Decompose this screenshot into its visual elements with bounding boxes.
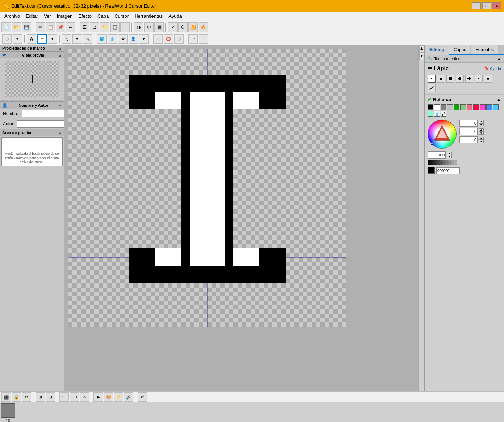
open-btn[interactable]: 📂 — [12, 22, 21, 32]
line-dropdown[interactable]: ▾ — [72, 34, 82, 44]
brush-round[interactable] — [456, 75, 464, 83]
scroll-down[interactable]: ▼ — [419, 53, 424, 60]
swatch-blue[interactable] — [486, 104, 492, 110]
pencil-dropdown[interactable]: ▾ — [48, 34, 57, 44]
swatch-magenta[interactable] — [480, 104, 486, 110]
tab-layers[interactable]: Capas — [449, 45, 471, 54]
nav-next[interactable]: ⟶ — [70, 392, 79, 402]
current-color-swatch[interactable] — [428, 167, 435, 174]
canvas-area[interactable]: ▲ ▼ — [64, 45, 424, 391]
frame-thumbnail[interactable]: I — [1, 403, 15, 418]
help-link[interactable]: 🔖 Ayuda — [484, 66, 501, 71]
brush-thick[interactable] — [484, 75, 492, 83]
brush-2px[interactable] — [437, 75, 445, 83]
filter-btn2[interactable]: ⚙ — [144, 22, 154, 32]
close-button[interactable]: ✕ — [492, 2, 501, 9]
swatch-pink[interactable] — [467, 104, 472, 110]
b-up[interactable]: ▲ — [479, 137, 484, 140]
clock-btn[interactable]: ⏱ — [178, 22, 188, 32]
rect-sel-btn[interactable]: ⬜ — [153, 34, 163, 44]
frame-item[interactable]: I 10 — [1, 403, 15, 422]
b-down[interactable]: ▼ — [479, 140, 484, 143]
swatch-ltgray[interactable] — [447, 104, 453, 110]
text-btn[interactable]: A — [27, 34, 36, 44]
menu-efecto[interactable]: Efecto — [75, 12, 95, 20]
fire-btn[interactable]: 🔥 — [199, 22, 208, 32]
menu-herramientas[interactable]: Herramientas — [132, 12, 166, 20]
effects-btn2[interactable]: ⚡ — [114, 392, 123, 402]
brush-3px[interactable] — [446, 75, 454, 83]
img-btn5[interactable]: ◽ — [120, 22, 130, 32]
color-wheel[interactable] — [428, 120, 457, 149]
g-input[interactable]: 0 — [459, 128, 478, 135]
swatch-cyan[interactable] — [493, 104, 499, 110]
pixel-canvas[interactable] — [68, 49, 346, 327]
filter-btn1[interactable]: ◑ — [134, 22, 143, 32]
test-area-header[interactable]: Área de prueba ▲ — [0, 129, 64, 136]
test-area-box[interactable]: Mantén pulsado el botón izquierdo del ra… — [1, 137, 63, 166]
pencil-btn[interactable]: ✏ — [37, 34, 47, 44]
menu-ayuda[interactable]: Ayuda — [166, 12, 185, 20]
cut-btn[interactable]: ✂ — [36, 22, 45, 32]
r-input[interactable]: 0 — [459, 120, 478, 127]
opacity-up[interactable]: ▲ — [447, 152, 452, 155]
move-btn[interactable]: ✥ — [118, 34, 128, 44]
brush-diag[interactable] — [428, 84, 436, 92]
guide-v-btn[interactable]: ⋮ — [199, 34, 208, 44]
undo-btn[interactable]: ↩ — [66, 22, 75, 32]
menu-cursor[interactable]: Cursor — [112, 12, 132, 20]
paint-line-btn[interactable]: ╲ — [62, 34, 71, 44]
r-down[interactable]: ▼ — [479, 123, 484, 126]
opacity-input[interactable]: 100 — [428, 151, 446, 159]
swatch-black[interactable] — [428, 104, 433, 110]
img-btn2[interactable]: 🗂 — [90, 22, 99, 32]
grid-btn[interactable]: ⊞ — [174, 34, 184, 44]
swatch-ltgreen[interactable] — [460, 104, 466, 110]
minimize-button[interactable]: ─ — [472, 2, 481, 9]
menu-archivo[interactable]: Archivo — [1, 12, 23, 20]
r-spinner[interactable]: ▲ ▼ — [479, 120, 484, 126]
person-btn[interactable]: 👤 — [129, 34, 138, 44]
brush-cross[interactable] — [465, 75, 473, 83]
img-btn4[interactable]: 🔲 — [110, 22, 120, 32]
circle-sel-btn[interactable]: ⭕ — [164, 34, 173, 44]
canvas-scroll-v[interactable]: ▲ ▼ — [418, 45, 424, 391]
person-dropdown[interactable]: ▾ — [139, 34, 149, 44]
effects-btn1[interactable]: 🎨 — [104, 392, 113, 402]
swatch-red[interactable] — [473, 104, 479, 110]
save-btn[interactable]: 💾 — [22, 22, 31, 32]
paste-btn[interactable]: 📌 — [56, 22, 65, 32]
title-bar-controls[interactable]: ─ □ ✕ — [472, 2, 501, 9]
img-btn1[interactable]: 🖼 — [80, 22, 89, 32]
g-up[interactable]: ▲ — [479, 128, 484, 131]
preview-header[interactable]: 👁 Vista previa ▲ — [0, 52, 64, 58]
gradient-bar[interactable] — [428, 160, 457, 165]
swatch-dkgray[interactable] — [441, 104, 446, 110]
select-dropdown[interactable]: ▾ — [13, 34, 22, 44]
frame-btn1[interactable]: ⊞ — [36, 392, 45, 402]
name-author-header[interactable]: 👤 Nombre y Autor ▲ — [0, 102, 64, 109]
opacity-spinner[interactable]: ▲ ▼ — [447, 152, 452, 158]
g-spinner[interactable]: ▲ ▼ — [479, 128, 484, 135]
effects-btn3[interactable]: 🔊 — [124, 392, 133, 402]
anim-btn2[interactable]: 🔒 — [12, 392, 21, 402]
opacity-down[interactable]: ▼ — [447, 155, 452, 158]
menu-ver[interactable]: Ver — [41, 12, 54, 20]
play-btn[interactable]: ▶ — [93, 392, 103, 402]
filter-btn3[interactable]: 🔳 — [154, 22, 164, 32]
refresh-btn[interactable]: ↺ — [138, 392, 147, 402]
menu-editar[interactable]: Editar — [23, 12, 41, 20]
swatch-white[interactable] — [434, 104, 440, 110]
menu-imagen[interactable]: Imagen — [54, 12, 75, 20]
eyedrop-btn[interactable]: 💧 — [108, 34, 117, 44]
frame-btn2[interactable]: ⊟ — [46, 392, 55, 402]
tab-formats[interactable]: Formatos — [471, 45, 499, 54]
scroll-up[interactable]: ▲ — [419, 45, 424, 53]
brush-lg-dot[interactable] — [475, 75, 483, 83]
brush-1px[interactable] — [428, 75, 436, 83]
select-btn[interactable]: ⊞ — [2, 34, 12, 44]
new-btn[interactable]: 📄 — [1, 22, 11, 32]
loop-btn[interactable]: 🔁 — [188, 22, 198, 32]
fill-btn[interactable]: 🪣 — [97, 34, 107, 44]
b-input[interactable]: 0 — [459, 136, 478, 143]
